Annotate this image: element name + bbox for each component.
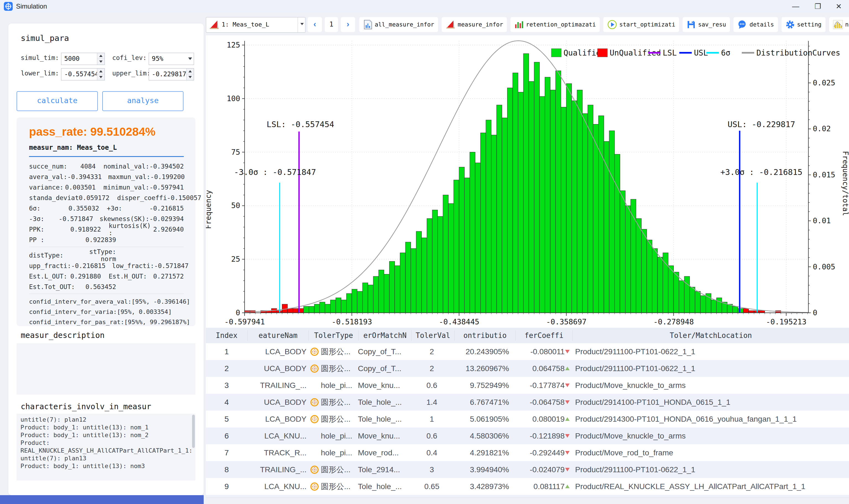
minimize-button[interactable]: — (789, 2, 802, 11)
histogram-bar-qualified (609, 131, 614, 313)
y-right-tick-label: 0.01 (813, 216, 831, 225)
histogram-bar-unqualified (293, 308, 298, 313)
y-left-tick-label: 0 (236, 308, 240, 317)
table-row[interactable]: 3TRAILING_...hole_pi...Move_knu...0.69.7… (206, 377, 849, 394)
histogram-bar-qualified (421, 238, 427, 313)
table-row[interactable]: 6LCA_KNU...hole_pi...Move_knu...0.64.580… (206, 428, 849, 444)
toolbar-button-setting[interactable]: setting (781, 17, 826, 32)
confid-line: confid_interv_for_varia:[95%, 0.003354] (29, 307, 191, 317)
histogram-bar-qualified (673, 272, 679, 313)
simul-tim-input[interactable]: 5000 (61, 53, 105, 65)
close-button[interactable]: ✕ (832, 2, 845, 11)
simul-tim-spinner[interactable] (97, 53, 105, 65)
cofi-lev-select[interactable]: 95% (149, 53, 194, 65)
table-row[interactable]: 4UCA_BODY圆形公...Tole_hole_...1.46.767471%… (206, 394, 849, 411)
x-tick-label: -0.438445 (439, 318, 479, 326)
gear-icon (785, 20, 795, 29)
toolbar-button-label: sav_resu (698, 21, 726, 28)
distribution-list: distType:stType: normupp_fracti:-0.21681… (29, 250, 184, 292)
arrow-down-icon (565, 434, 570, 438)
arrow-down-icon (565, 350, 570, 354)
arrow-down-icon (565, 400, 570, 404)
table-row[interactable]: 2UCA_BODY圆形公...Copy_of_T...213.260967%0.… (206, 360, 849, 377)
cell-toler-val: 0.6 (410, 381, 453, 390)
calculate-button[interactable]: calculate (17, 91, 98, 111)
table-row[interactable]: 9LCA_KNU...圆形公...Tole_hole_...0.653.4289… (206, 478, 849, 495)
column-header-c-val[interactable]: TolerVal (411, 330, 454, 341)
chart-canvas[interactable]: LSL: -0.557454-3.0σ : -0.571847USL: -0.2… (206, 35, 849, 328)
toolbar-button-label: start_optimizati (619, 21, 675, 28)
cell-toler-val: 1 (410, 415, 453, 424)
plus-3-sigma-annotation: +3.0σ : -0.216815 (721, 167, 802, 177)
cell-feature-name: LCA_KNU... (247, 432, 308, 440)
app-icon (4, 2, 13, 11)
stat-row: standa_deviat0.059172disper_coeffi-0.150… (29, 193, 184, 203)
toolbar-button-retention_optimazati[interactable]: retention_optimazati (510, 17, 600, 32)
confid-line: confid_interv_for_avera_val:[95%, -0.396… (29, 296, 191, 307)
histogram-bar-qualified (507, 88, 513, 313)
cell-toler-type: 圆形公... (308, 414, 358, 425)
column-header-c-idx[interactable]: Index (206, 330, 247, 341)
column-header-c-match[interactable]: erOrMatchN (359, 330, 411, 341)
toolbar-button-measure_infor[interactable]: measure_infor (441, 17, 507, 32)
histogram-bar-qualified (320, 302, 325, 313)
cell-contribution: 3.994940% (453, 465, 514, 474)
histogram-bar-qualified (379, 270, 384, 313)
table-row[interactable]: 1LCA_BODY圆形公...Copy_of_T...220.243905%-0… (206, 343, 849, 360)
maximize-button[interactable]: ❐ (811, 2, 824, 11)
cell-transfer-coeff: -0.177874 (514, 381, 571, 390)
histogram-bar-qualified (486, 120, 491, 313)
position-tolerance-icon (309, 363, 320, 374)
scrollbar-thumb[interactable] (192, 415, 195, 448)
column-header-c-loc[interactable]: Toler/MatchLocation (572, 330, 849, 341)
cell-feature-name: LCA_KNU... (247, 482, 308, 491)
upper-lim-input[interactable]: -0.229817 (149, 68, 194, 80)
toolbar-button-all_measure_infor[interactable]: all_measure_infor (359, 17, 438, 32)
table-row[interactable]: 7TRACK_R...hole_pi...Move_rod...0.44.291… (206, 444, 849, 461)
toolbar-button-start_optimizati[interactable]: start_optimizati (603, 17, 679, 32)
cell-match-name: Copy_of_T... (358, 347, 410, 356)
column-header-c-feat[interactable]: eatureNam (247, 330, 308, 341)
lower-lim-input[interactable]: -0.557454 (61, 68, 105, 80)
table-row[interactable]: 5LCA_BODY圆形公...Tole_hole_...15.061905%0.… (206, 411, 849, 428)
characteris-textarea[interactable]: untitle(7): plan12 Product: body_1: unti… (17, 414, 195, 481)
y-left-tick-label: 50 (231, 201, 240, 210)
cell-toler-type: 圆形公... (308, 363, 358, 374)
histogram-chart: LSL: -0.557454-3.0σ : -0.571847USL: -0.2… (206, 35, 849, 328)
toolbar-button-label: number_of_referrals (845, 21, 849, 28)
toolbar-button-sav_resu[interactable]: sav_resu (683, 17, 730, 32)
contribution-table: IndexeatureNamTolerTypeerOrMatchNTolerVa… (206, 328, 849, 498)
column-header-c-contr[interactable]: ontributio (454, 330, 516, 341)
column-header-c-type[interactable]: TolerType (308, 330, 359, 341)
horizontal-scrollbar[interactable] (206, 497, 849, 504)
cell-transfer-coeff: -0.080011 (514, 347, 571, 356)
histogram-bar-qualified (652, 248, 657, 313)
lower-lim-spinner[interactable] (97, 69, 105, 80)
protractor-icon (446, 20, 455, 30)
table-row[interactable]: 8TRAILING_...圆形公...Tole_2914...33.994940… (206, 461, 849, 478)
histogram-bar-qualified (636, 219, 641, 313)
cell-contribution: 3.428973% (453, 482, 514, 491)
measure-select[interactable]: 1: Meas_toe_L (206, 17, 305, 33)
column-header-c-coef[interactable]: ferCoeffi (516, 330, 572, 341)
characteris-text: untitle(7): plan12 Product: body_1: unti… (17, 414, 195, 472)
histogram-bar-qualified (657, 257, 663, 313)
next-measure-button[interactable]: › (341, 17, 355, 32)
chat-icon (737, 20, 747, 29)
upper-lim-spinner[interactable] (186, 69, 194, 80)
simul-tim-label: simul_tim: (21, 54, 60, 61)
x-tick-label: -0.518193 (332, 318, 372, 326)
histogram-bar-qualified (513, 73, 518, 313)
toolbar-button-details[interactable]: details (734, 17, 778, 32)
confidence-intervals: confid_interv_for_avera_val:[95%, -0.396… (29, 296, 191, 327)
prev-measure-button[interactable]: ‹ (308, 17, 322, 32)
histogram-bar-qualified (395, 266, 400, 313)
legend-swatch-Qualified (552, 49, 561, 57)
divider (29, 294, 184, 294)
measur-description-textarea[interactable] (17, 343, 195, 395)
analyse-button[interactable]: analyse (102, 91, 183, 111)
toolbar-button-number_of_referrals[interactable]: number_of_referrals (829, 17, 849, 32)
cell-match-name: Tole_2914... (358, 465, 410, 474)
cell-index: 3 (206, 381, 247, 390)
cell-location: Product/2911100-PT101-0622_1_1 (571, 465, 849, 474)
